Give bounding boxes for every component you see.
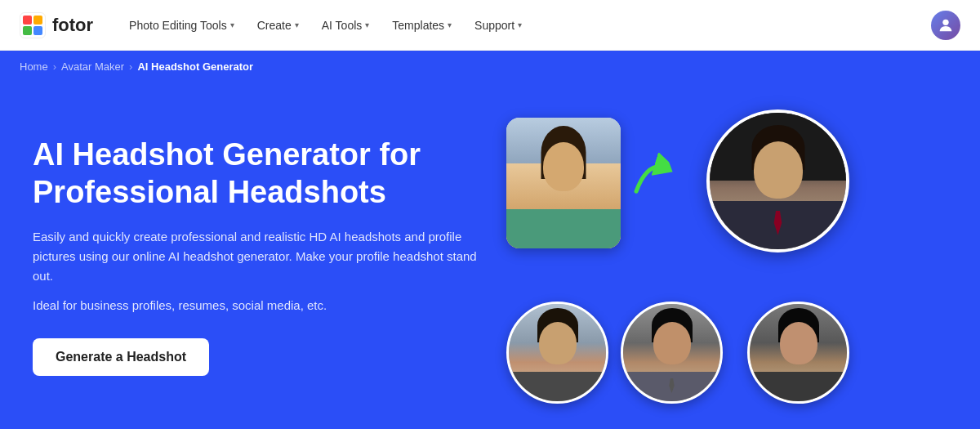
svg-point-0	[942, 19, 948, 25]
main-result-photo	[706, 109, 849, 252]
chevron-icon: ▾	[295, 20, 299, 29]
result-photo-1	[506, 302, 608, 404]
nav-items: Photo Editing Tools ▾ Create ▾ AI Tools …	[119, 12, 905, 38]
result-photo-2	[621, 302, 723, 404]
chevron-icon: ▾	[230, 20, 234, 29]
breadcrumb: Home › Avatar Maker › AI Headshot Genera…	[0, 51, 980, 83]
brand-name: fotor	[52, 15, 93, 36]
nav-photo-editing[interactable]: Photo Editing Tools ▾	[119, 12, 244, 38]
logo-icon	[20, 12, 46, 38]
chevron-icon: ▾	[448, 20, 452, 29]
breadcrumb-current: AI Headshot Generator	[137, 60, 253, 73]
result-photo-3	[747, 302, 849, 404]
nav-right	[931, 11, 960, 40]
nav-ai-tools[interactable]: AI Tools ▾	[312, 12, 380, 38]
breadcrumb-sep-2: ›	[129, 60, 132, 73]
hero-section: AI Headshot Generator for Professional H…	[0, 83, 980, 429]
generate-headshot-button[interactable]: Generate a Headshot	[33, 338, 209, 376]
hero-images	[490, 101, 866, 412]
breadcrumb-sep-1: ›	[53, 60, 56, 73]
breadcrumb-home[interactable]: Home	[20, 60, 48, 73]
nav-templates[interactable]: Templates ▾	[382, 12, 461, 38]
hero-text: AI Headshot Generator for Professional H…	[33, 136, 490, 376]
nav-create[interactable]: Create ▾	[247, 12, 309, 38]
chevron-icon: ▾	[365, 20, 369, 29]
breadcrumb-parent[interactable]: Avatar Maker	[61, 60, 124, 73]
hero-description-2: Ideal for business profiles, resumes, so…	[33, 296, 490, 315]
arrow-icon	[622, 150, 679, 208]
user-avatar[interactable]	[931, 11, 960, 40]
chevron-icon: ▾	[518, 20, 522, 29]
source-photo	[506, 118, 621, 248]
hero-description-1: Easily and quickly create professional a…	[33, 227, 490, 286]
nav-support[interactable]: Support ▾	[465, 12, 532, 38]
navbar: fotor Photo Editing Tools ▾ Create ▾ AI …	[0, 0, 980, 51]
hero-title: AI Headshot Generator for Professional H…	[33, 136, 490, 211]
logo-link[interactable]: fotor	[20, 12, 93, 38]
